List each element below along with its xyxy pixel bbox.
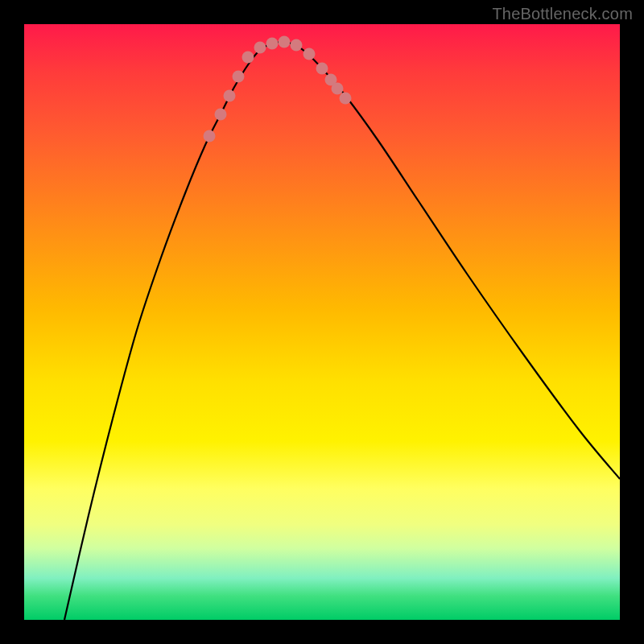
attribution-text: TheBottleneck.com (492, 5, 633, 23)
valley-marker (204, 130, 216, 142)
valley-marker (332, 83, 344, 95)
valley-marker (266, 38, 279, 50)
chart-frame (24, 24, 620, 620)
main-curve (64, 42, 620, 620)
valley-marker (254, 42, 266, 54)
valley-marker (340, 93, 352, 105)
valley-marker (233, 71, 245, 83)
valley-marker (291, 39, 303, 52)
chart-svg (24, 24, 620, 620)
valley-marker (316, 63, 328, 75)
valley-marker (242, 52, 254, 64)
valley-marker (303, 48, 316, 60)
valley-marker (224, 90, 236, 102)
valley-marker (279, 36, 291, 48)
valley-marker (215, 109, 227, 121)
valley-markers (204, 36, 352, 142)
